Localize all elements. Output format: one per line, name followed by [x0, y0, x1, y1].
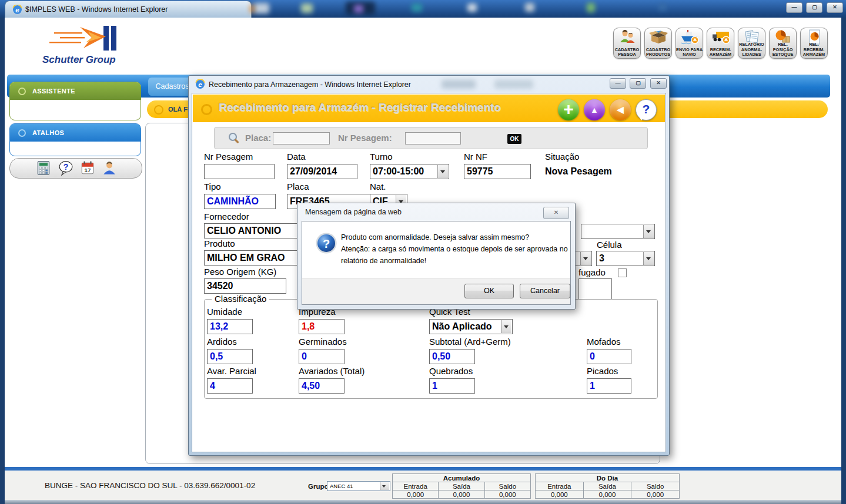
sidebar-header-assistente[interactable]: ASSISTENTE	[10, 82, 141, 100]
ie-logo-icon: e	[12, 5, 22, 15]
sidebar-header-atalhos[interactable]: ATALHOS	[10, 124, 141, 142]
window-frame-right	[841, 18, 846, 504]
calendar-icon[interactable]: 17	[80, 160, 95, 176]
search-pesagem-input[interactable]	[405, 132, 461, 145]
impureza-input[interactable]: 1,8	[299, 319, 345, 334]
blurred-taskbar-item	[254, 3, 269, 14]
celula-select[interactable]: 3	[596, 251, 655, 266]
umidade-label: Umidade	[207, 307, 242, 317]
cell-value: 0,000	[631, 490, 680, 499]
ie-logo-icon: e	[195, 79, 205, 89]
search-placa-label: Placa:	[245, 133, 271, 143]
nav-rel-recebim-armazem-button[interactable]: REL. RECEBIM. ARMAZÉM	[800, 28, 828, 59]
peso-origem-label: Peso Origem (KG)	[204, 267, 276, 277]
ring-icon	[154, 105, 163, 115]
nav-rel-posicao-estoque-button[interactable]: REL. POSIÇÃO ESTOQUE	[769, 28, 797, 59]
search-placa-input[interactable]	[273, 132, 330, 145]
tipo-input[interactable]: CAMINHÃO	[204, 194, 276, 209]
dialog-ok-button[interactable]: OK	[464, 284, 514, 298]
situacao-label: Situação	[545, 152, 579, 162]
window-frame-left	[0, 18, 5, 504]
svg-text:e: e	[15, 6, 19, 14]
maximize-button[interactable]: ▢	[806, 2, 822, 13]
sidebar-icon-strip: ? 17	[9, 158, 142, 179]
dialog-body: ? Produto com anormalidade. Deseja salva…	[302, 221, 571, 305]
popup-minimize-button[interactable]: —	[610, 78, 626, 89]
sidebar-panel-assistente: ASSISTENTE	[9, 82, 141, 120]
table-title: Acumulado	[393, 474, 531, 482]
col-header: Saída	[583, 482, 631, 490]
popup-header-title: Recebimento para Armazém - Registrar Rec…	[219, 101, 501, 114]
quebrados-input[interactable]: 1	[429, 378, 475, 394]
ardidos-input[interactable]: 0,5	[207, 349, 253, 364]
nav-cadastro-pessoa-button[interactable]: CADASTRO PESSOA	[613, 28, 641, 59]
blurred-taskbar-item	[301, 4, 313, 13]
dialog-close-button[interactable]: ✕	[543, 207, 569, 219]
grupo-select[interactable]: ANEC 41	[327, 481, 390, 491]
minimize-button[interactable]: —	[786, 2, 802, 13]
mofados-label: Mofados	[587, 337, 621, 347]
subtotal-input[interactable]: 0,50	[429, 349, 475, 364]
celula-label: Célula	[597, 240, 622, 250]
dialog-cancel-button[interactable]: Cancelar	[520, 284, 570, 298]
germinados-label: Germinados	[299, 337, 347, 347]
dialog-footer: OK Cancelar	[302, 278, 570, 304]
nr-pesagem-input[interactable]	[204, 164, 275, 179]
ring-icon	[18, 129, 26, 137]
back-button[interactable]: ◀	[610, 99, 631, 120]
nr-nf-input[interactable]: 59775	[464, 164, 531, 179]
nav-relatorio-anormalidades-button[interactable]: RELATÓRIO ANORMA- LIDADES	[738, 28, 765, 59]
up-button[interactable]: ▲	[584, 99, 605, 120]
avariados-input[interactable]: 4,50	[299, 378, 345, 394]
statusbar: BUNGE - SAO FRANCISCO DO SUL - 03.639.66…	[5, 471, 841, 500]
quick-test-select[interactable]: Não Aplicado	[429, 319, 513, 334]
app-window: e $IMPLES WEB - Windows Internet Explore…	[0, 0, 846, 504]
avariados-label: Avariados (Total)	[299, 366, 365, 376]
nav-envio-para-navio-button[interactable]: ENVIO PARA NAVIO	[676, 28, 703, 59]
peso-origem-input[interactable]: 34520	[204, 278, 286, 294]
search-icon	[228, 132, 240, 145]
cell-value: 0,000	[439, 490, 484, 499]
refugado-extra-input[interactable]	[579, 278, 612, 300]
blurred-title-item	[494, 80, 533, 89]
cell-value: 0,000	[583, 490, 631, 499]
avar-parcial-input[interactable]: 4	[207, 378, 253, 394]
do-dia-table: Do Dia Entrada Saída Saldo 0,000 0,000 0…	[535, 473, 680, 499]
umidade-input[interactable]: 13,2	[207, 319, 253, 334]
search-ok-button[interactable]: OK	[507, 134, 521, 144]
cell-value: 0,000	[536, 490, 584, 499]
fornecedor-label: Fornecedor	[204, 211, 249, 221]
popup-close-button[interactable]: ✕	[650, 78, 667, 89]
main-titlebar: e $IMPLES WEB - Windows Internet Explore…	[0, 0, 846, 18]
popup-title: Recebimento para Armazenagem - Windows I…	[209, 80, 411, 89]
blurred-taskbar-item	[467, 4, 477, 12]
nav-recebim-armazem-button[interactable]: RECEBIM. ARMAZÉM	[707, 28, 734, 59]
search-strip: Placa: Nr Pesagem: OK	[214, 127, 648, 149]
picados-label: Picados	[587, 366, 618, 376]
close-button[interactable]: ✕	[827, 2, 843, 13]
cell-value: 0,000	[484, 490, 530, 499]
popup-maximize-button[interactable]: ▢	[630, 78, 646, 89]
turno-select[interactable]: 07:00-15:00	[370, 164, 449, 179]
mofados-input[interactable]: 0	[587, 349, 631, 364]
question-icon: ?	[315, 232, 337, 254]
help-button[interactable]: ?	[636, 99, 657, 120]
company-text: BUNGE - SAO FRANCISCO DO SUL - 03.639.66…	[45, 481, 255, 490]
germinados-input[interactable]: 0	[299, 349, 345, 364]
people-icon	[618, 29, 637, 45]
picados-input[interactable]: 1	[587, 378, 631, 394]
schutter-group-logo-icon	[42, 23, 131, 53]
data-input[interactable]: 27/09/2014	[287, 164, 357, 179]
local-select[interactable]	[581, 224, 655, 239]
blurred-taskbar-item	[250, 5, 255, 13]
nav-cadastro-produtos-button[interactable]: CADASTRO PRODUTOS	[644, 28, 672, 59]
add-button[interactable]: +	[558, 99, 579, 120]
acumulado-table: Acumulado Entrada Saída Saldo 0,000 0,00…	[392, 473, 531, 499]
calculator-icon[interactable]	[36, 160, 51, 176]
subtotal-label: Subtotal (Ard+Germ)	[429, 337, 511, 347]
svg-text:e: e	[198, 80, 202, 88]
refugado-checkbox[interactable]	[618, 268, 627, 277]
user-icon[interactable]	[102, 160, 117, 176]
help-bubble-icon[interactable]: ?	[58, 160, 73, 176]
blurred-title-item	[442, 80, 476, 89]
